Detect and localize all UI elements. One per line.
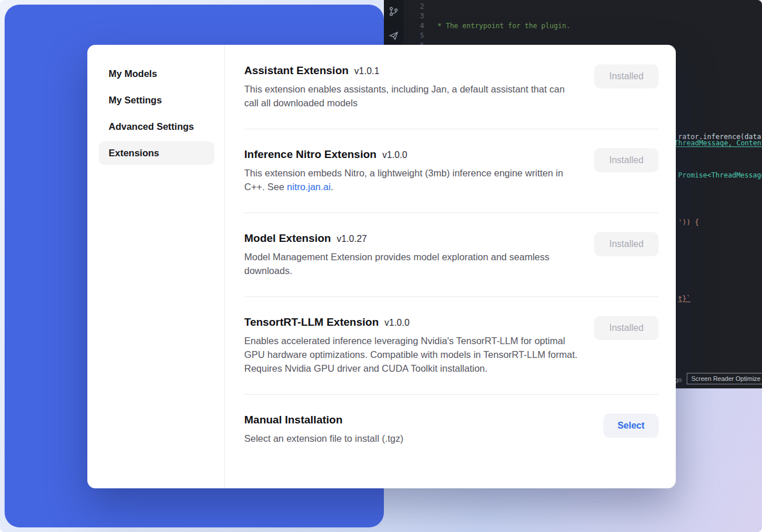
extension-info: Assistant Extensionv1.0.1 This extension… xyxy=(244,64,580,110)
installed-button[interactable]: Installed xyxy=(594,148,659,172)
extension-description: This extension embeds Nitro, a lightweig… xyxy=(244,166,580,194)
line-number-gutter: 2 3 4 5 6 xyxy=(409,2,424,51)
extension-info: Manual Installation Select an extension … xyxy=(244,414,403,445)
extension-version: v1.0.1 xyxy=(355,66,380,76)
sidebar-item-my-settings[interactable]: My Settings xyxy=(99,88,214,112)
installed-button[interactable]: Installed xyxy=(594,64,659,88)
extension-description: Enables accelerated inference leveraging… xyxy=(244,334,580,375)
extension-version: v1.0.27 xyxy=(337,234,367,244)
extension-info: TensortRT-LLM Extensionv1.0.0 Enables ac… xyxy=(244,316,580,375)
code-fragment: ')) { xyxy=(678,218,699,227)
select-button[interactable]: Select xyxy=(603,414,659,438)
send-icon[interactable] xyxy=(388,30,399,41)
sidebar-item-extensions[interactable]: Extensions xyxy=(99,141,214,165)
extension-title: Assistant Extension xyxy=(244,64,349,76)
extension-version: v1.0.0 xyxy=(382,150,407,160)
description-text: . xyxy=(330,182,333,192)
extension-description: Model Management Extension provides mode… xyxy=(244,250,580,277)
source-control-icon[interactable] xyxy=(388,6,399,17)
screen-reader-status[interactable]: Screen Reader Optimize xyxy=(687,373,762,384)
line-number: 3 xyxy=(409,11,424,21)
extension-item-nitro: Inference Nitro Extensionv1.0.0 This ext… xyxy=(244,129,659,213)
extension-title: TensortRT-LLM Extension xyxy=(244,316,379,328)
extension-item-tensorrt: TensortRT-LLM Extensionv1.0.0 Enables ac… xyxy=(244,296,659,394)
settings-sidebar: My Models My Settings Advanced Settings … xyxy=(87,45,225,488)
extension-item-assistant: Assistant Extensionv1.0.1 This extension… xyxy=(244,64,659,129)
extension-item-model: Model Extensionv1.0.27 Model Management … xyxy=(244,213,659,296)
extension-item-manual-install: Manual Installation Select an extension … xyxy=(244,394,659,464)
extension-version: v1.0.0 xyxy=(384,318,410,327)
settings-modal: My Models My Settings Advanced Settings … xyxy=(87,45,676,488)
installed-button[interactable]: Installed xyxy=(594,232,659,256)
code-fragment: rator.inference(data)); xyxy=(678,132,762,141)
extension-info: Inference Nitro Extensionv1.0.0 This ext… xyxy=(244,148,580,194)
extensions-list: Assistant Extensionv1.0.1 This extension… xyxy=(225,45,676,488)
extension-description: This extension enables assistants, inclu… xyxy=(244,82,580,110)
extension-description: Select an extension file to install (.tg… xyxy=(244,431,403,445)
line-number: 2 xyxy=(409,2,424,11)
extension-title: Model Extension xyxy=(244,232,331,244)
line-number: 5 xyxy=(409,31,424,41)
desktop-background: 2 3 4 5 6 * The entrypoint for the plugi… xyxy=(0,0,762,532)
installed-button[interactable]: Installed xyxy=(594,316,659,340)
line-number: 4 xyxy=(409,21,424,31)
nitro-link[interactable]: nitro.jan.ai xyxy=(287,182,330,192)
extension-title: Inference Nitro Extension xyxy=(244,148,376,160)
extension-info: Model Extensionv1.0.27 Model Management … xyxy=(244,232,580,277)
sidebar-item-my-models[interactable]: My Models xyxy=(99,62,214,86)
code-fragment: Promise<ThreadMessage> xyxy=(678,171,762,180)
code-line: * The entrypoint for the plugin. xyxy=(433,21,762,31)
sidebar-item-advanced-settings[interactable]: Advanced Settings xyxy=(99,115,214,138)
extension-title: Manual Installation xyxy=(244,414,342,426)
code-fragment: t}` xyxy=(678,294,691,303)
